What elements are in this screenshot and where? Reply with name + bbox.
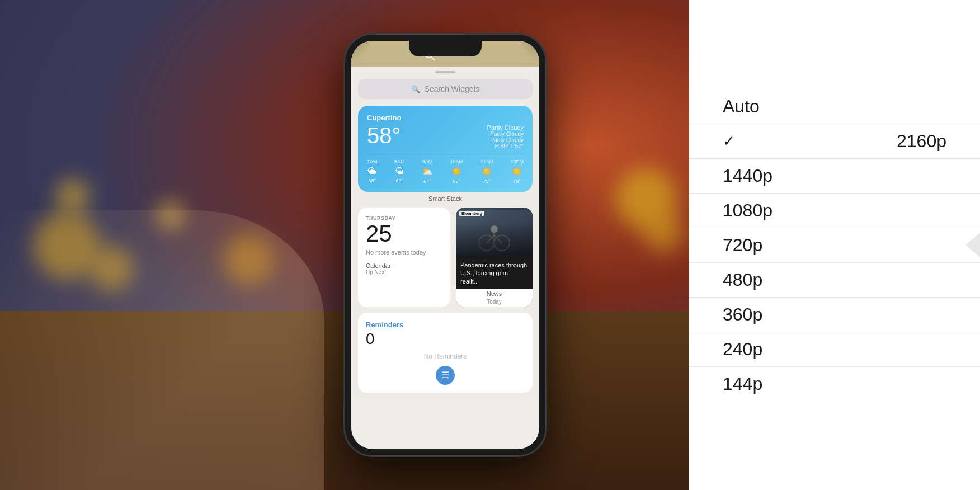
quality-label-360p: 360p [723, 304, 762, 325]
reminders-icon-area: ☰ [366, 366, 525, 385]
search-widgets-bar[interactable]: 🔍 Search Widgets [358, 79, 533, 99]
weather-hour-11am: 11AM ☀️ 75° [480, 159, 493, 184]
quality-item-360p[interactable]: 360p [723, 298, 946, 332]
quality-label-2160p: 2160p [897, 131, 946, 152]
reminders-none-text: No Reminders [366, 352, 525, 360]
weather-location: Cupertino [367, 114, 524, 122]
quality-label-1080p: 1080p [723, 200, 772, 221]
quality-item-480p[interactable]: 480p [723, 263, 946, 297]
quality-item-2160p[interactable]: ✓ 2160p [723, 124, 946, 158]
reminders-widget[interactable]: Reminders 0 No Reminders ☰ [358, 313, 533, 393]
quality-label-1440p: 1440p [723, 166, 772, 186]
hand [0, 210, 324, 490]
bokeh-light-7 [643, 213, 682, 252]
quality-item-1080p[interactable]: 1080p [723, 194, 946, 228]
widget-row: Thursday 25 No more events today Calenda… [358, 208, 533, 307]
quality-label-144p: 144p [723, 374, 762, 394]
quality-item-720p[interactable]: 720p [723, 228, 946, 262]
reminders-count: 0 [366, 330, 525, 348]
weather-hour-7am: 7AM 🌥 58° [367, 159, 378, 184]
quality-label-240p: 240p [723, 339, 762, 360]
news-sublabel: Today [456, 299, 533, 307]
reminders-list-icon: ☰ [436, 366, 455, 385]
weather-hour-8am: 8AM 🌤 62° [394, 159, 405, 184]
search-widgets-text: Search Widgets [425, 84, 480, 93]
weather-temp: 58° [367, 124, 401, 147]
cal-no-events: No more events today [366, 249, 442, 256]
search-widgets-icon: 🔍 [411, 85, 420, 93]
cal-sublabel: Up Next [366, 269, 442, 275]
widget-area: 🔍 Search Widgets Cupertino 58° Partly Cl… [351, 71, 539, 399]
weather-hour-9am: 9AM ⛅ 64° [422, 159, 433, 184]
phone-frame: Search 🔍 Search Widgets Cupertino 58° [345, 34, 546, 456]
news-widget[interactable]: Bloomberg Pandemic races through U.S., f… [456, 208, 533, 307]
quality-label-480p: 480p [723, 270, 762, 290]
quality-label-auto: Auto [723, 96, 760, 117]
quality-item-auto[interactable]: Auto [723, 89, 946, 124]
bokeh-light-3 [56, 179, 89, 213]
reminders-title: Reminders [366, 321, 525, 329]
news-headline: Pandemic races through U.S., forcing gri… [456, 258, 533, 289]
weather-temp-row: 58° Partly Cloudy Partly Cloudy Partly C… [367, 124, 524, 149]
news-image: Bloomberg [456, 208, 533, 258]
phone: Search 🔍 Search Widgets Cupertino 58° [345, 34, 546, 456]
cal-date: 25 [366, 221, 442, 247]
cal-label: Calendar [366, 262, 442, 269]
weather-hourly: 7AM 🌥 58° 8AM 🌤 62° 9AM ⛅ 64° [367, 154, 524, 184]
quality-item-1440p[interactable]: 1440p [723, 159, 946, 193]
quality-checkmark-2160p: ✓ [723, 133, 735, 150]
quality-item-144p[interactable]: 144p [723, 367, 946, 401]
phone-notch [409, 41, 482, 56]
weather-hour-12pm: 12PM ☀️ 78° [510, 159, 524, 184]
weather-condition: Partly Cloudy Partly Cloudy Partly Cloud… [487, 124, 524, 149]
quality-arrow-indicator [965, 233, 980, 257]
weather-hour-10am: 10AM ☀️ 69° [450, 159, 463, 184]
news-bloomberg-tag: Bloomberg [459, 211, 484, 216]
quality-item-240p[interactable]: 240p [723, 332, 946, 366]
quality-label-720p: 720p [723, 235, 762, 256]
news-label: News [456, 289, 533, 299]
weather-widget[interactable]: Cupertino 58° Partly Cloudy Partly Cloud… [358, 106, 533, 192]
phone-screen: Search 🔍 Search Widgets Cupertino 58° [351, 41, 539, 449]
quality-panel: Auto ✓ 2160p 1440p 1080p 720p 480p 360p … [689, 0, 980, 490]
calendar-widget[interactable]: Thursday 25 No more events today Calenda… [358, 208, 450, 307]
smart-stack-label: Smart Stack [358, 195, 533, 202]
